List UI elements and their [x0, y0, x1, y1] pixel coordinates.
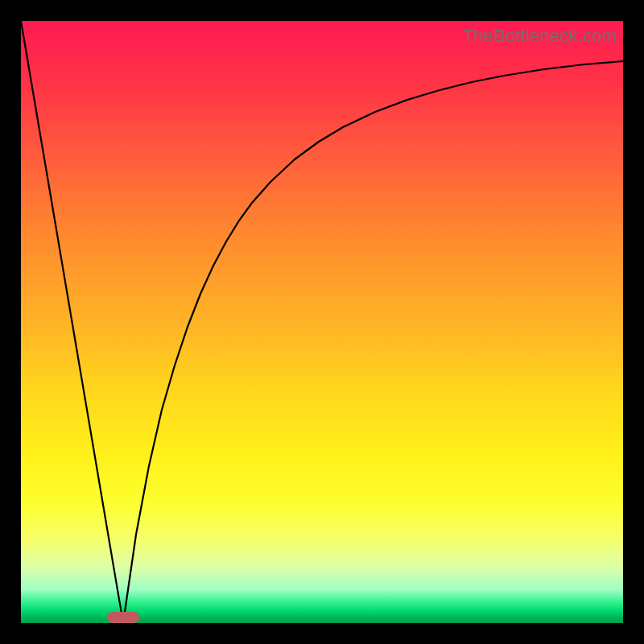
curve-svg	[21, 21, 623, 623]
chart-frame: TheBottleneck.com	[0, 0, 644, 644]
bottleneck-curve	[21, 21, 623, 623]
plot-area: TheBottleneck.com	[21, 21, 623, 623]
minimum-marker	[107, 612, 139, 623]
